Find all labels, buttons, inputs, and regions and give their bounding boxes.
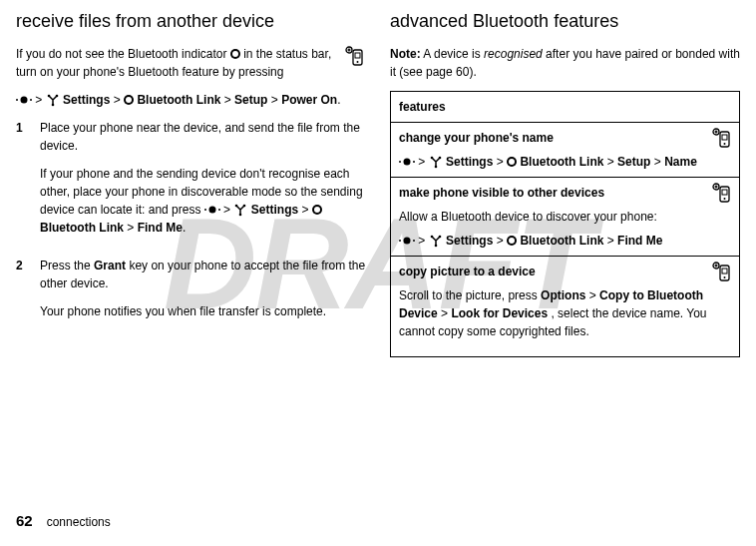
bluetooth-device-icon — [709, 182, 733, 206]
note-text: Note: A device is recognised after you h… — [390, 45, 740, 81]
feature-2-path: > Settings > Bluetooth Link > Find Me — [399, 232, 731, 250]
feature-1-path: > Settings > Bluetooth Link > Setup > Na — [399, 153, 731, 171]
bluetooth-icon — [507, 157, 517, 167]
left-column: receive files from another device If you… — [16, 8, 366, 357]
svg-point-26 — [724, 198, 726, 200]
path-settings: Settings — [251, 203, 298, 217]
svg-point-5 — [357, 61, 359, 63]
bluetooth-device-icon — [709, 127, 733, 151]
bluetooth-icon — [124, 95, 134, 105]
svg-rect-4 — [355, 53, 360, 58]
feature-row-3: copy picture to a device Scroll to the p… — [391, 257, 740, 357]
feature-row-2: make phone visible to other devices Allo… — [391, 178, 740, 257]
feature-2-title: make phone visible to other devices — [399, 184, 731, 202]
center-key-icon — [204, 206, 220, 214]
center-key-icon — [16, 96, 32, 104]
r3-lookfor: Look for Devices — [451, 306, 548, 320]
r2-settings: Settings — [446, 234, 493, 248]
tools-icon — [233, 203, 247, 217]
r2-bt: Bluetooth Link — [520, 234, 603, 248]
svg-rect-25 — [722, 190, 727, 195]
r3-options: Options — [541, 288, 585, 302]
svg-point-28 — [438, 236, 441, 239]
note-em: recognised — [484, 47, 543, 61]
bluetooth-device-icon — [709, 261, 733, 284]
path-settings: Settings — [63, 93, 110, 107]
step-2-num: 2 — [16, 257, 28, 330]
step-1-a: Place your phone near the device, and se… — [40, 119, 366, 155]
path-bt: Bluetooth Link — [137, 93, 220, 107]
r3-a: Scroll to the picture, press — [399, 288, 541, 302]
page-number: 62 — [16, 510, 33, 533]
svg-point-35 — [724, 276, 726, 278]
path-bt: Bluetooth Link — [40, 221, 124, 235]
svg-point-11 — [239, 214, 242, 217]
step-1-b: If your phone and the sending device don… — [40, 165, 366, 237]
step-2-a: Press the Grant key on your phone to acc… — [40, 257, 366, 292]
r1-bt: Bluetooth Link — [520, 155, 603, 169]
grant-key: Grant — [94, 259, 126, 273]
left-heading: receive files from another device — [16, 8, 366, 35]
r1-settings: Settings — [446, 155, 493, 169]
feature-3-title: copy picture to a device — [399, 263, 731, 280]
note-a: A device is — [423, 47, 484, 61]
path-a: > Settings > Bluetooth Link > Setup > Po… — [16, 91, 366, 109]
svg-point-9 — [235, 205, 238, 208]
path-findme: Find Me — [138, 221, 183, 235]
svg-point-17 — [724, 143, 726, 145]
right-column: advanced Bluetooth features Note: A devi… — [390, 8, 740, 357]
r2-findme: Find Me — [617, 234, 662, 248]
table-header: features — [391, 92, 740, 123]
step-2-b: Your phone notifies you when file transf… — [40, 302, 366, 320]
bluetooth-device-icon — [342, 45, 366, 69]
steps-list: 1 Place your phone near the device, and … — [16, 119, 366, 330]
svg-point-6 — [47, 95, 50, 98]
intro-block: If you do not see the Bluetooth indicato… — [16, 45, 366, 91]
svg-point-10 — [243, 205, 246, 208]
center-key-icon — [399, 237, 415, 245]
feature-1-title: change your phone's name — [399, 129, 731, 147]
svg-point-27 — [430, 236, 433, 239]
feature-2-desc: Allow a Bluetooth device to discover you… — [399, 208, 731, 226]
svg-point-19 — [438, 157, 441, 160]
page-footer: 62 connections — [16, 510, 111, 533]
feature-3-text: Scroll to the picture, press Options > C… — [399, 286, 731, 340]
step-2-a1: Press the — [40, 259, 94, 273]
svg-point-7 — [55, 95, 58, 98]
svg-point-18 — [430, 157, 433, 160]
page-content: receive files from another device If you… — [0, 0, 756, 357]
right-heading: advanced Bluetooth features — [390, 8, 740, 35]
svg-point-8 — [51, 104, 54, 107]
svg-rect-16 — [722, 135, 727, 140]
tools-icon — [429, 234, 443, 248]
svg-point-20 — [434, 166, 437, 169]
svg-point-29 — [434, 245, 437, 248]
path-poweron: Power On — [281, 93, 337, 107]
path-setup: Setup — [234, 93, 267, 107]
svg-rect-34 — [722, 269, 727, 273]
tools-icon — [429, 155, 443, 169]
bluetooth-indicator-icon — [230, 49, 240, 59]
tools-icon — [46, 93, 60, 107]
step-2: 2 Press the Grant key on your phone to a… — [16, 257, 366, 330]
r1-name: Name — [664, 155, 697, 169]
section-name: connections — [47, 513, 111, 531]
intro-text: If you do not see the Bluetooth indicato… — [16, 45, 334, 81]
feature-row-1: change your phone's name > Settings > Bl… — [391, 123, 740, 178]
step-1-num: 1 — [16, 119, 28, 247]
bluetooth-icon — [312, 205, 322, 215]
center-key-icon — [399, 158, 415, 166]
features-table: features change your phone's name — [390, 91, 740, 357]
intro-a: If you do not see the Bluetooth indicato… — [16, 47, 230, 61]
note-label: Note: — [390, 47, 421, 61]
bluetooth-icon — [507, 236, 517, 246]
r1-setup: Setup — [617, 155, 650, 169]
step-1: 1 Place your phone near the device, and … — [16, 119, 366, 247]
